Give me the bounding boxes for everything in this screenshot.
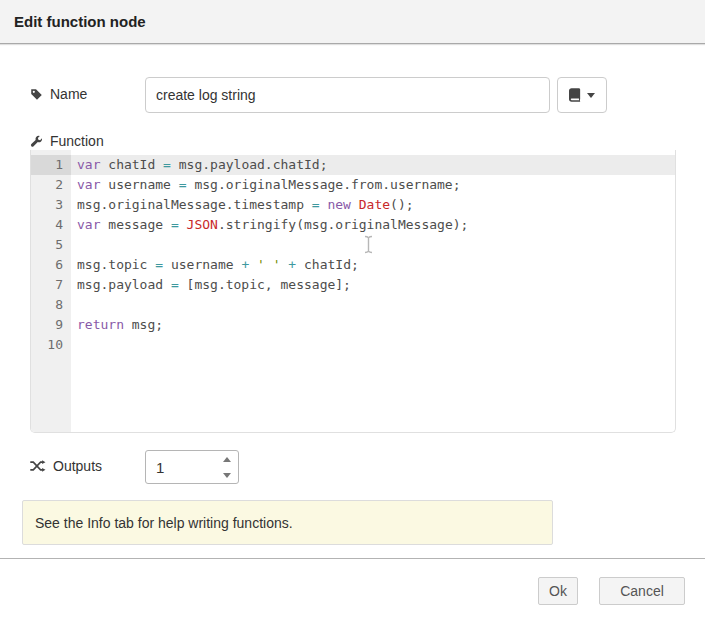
- code-token: msg;: [124, 317, 163, 332]
- edit-function-node-dialog: Edit function node Name Function 1234567…: [0, 0, 705, 619]
- line-number: 3: [31, 195, 71, 215]
- code-line[interactable]: return msg;: [71, 315, 675, 335]
- ok-button[interactable]: Ok: [538, 577, 578, 605]
- tag-icon: [30, 88, 43, 101]
- code-line[interactable]: [71, 335, 675, 355]
- name-label: Name: [50, 86, 87, 102]
- outputs-label: Outputs: [53, 458, 102, 474]
- info-tip-box: See the Info tab for help writing functi…: [22, 500, 553, 545]
- code-token: [249, 257, 257, 272]
- code-token: =: [312, 197, 320, 212]
- spinner-up-button[interactable]: [216, 451, 238, 467]
- name-input[interactable]: [145, 77, 550, 113]
- code-token: =: [163, 157, 171, 172]
- code-token: chatId;: [296, 257, 359, 272]
- dialog-header: Edit function node: [0, 0, 705, 44]
- code-token: ' ': [257, 257, 280, 272]
- code-token: [179, 217, 187, 232]
- code-line[interactable]: msg.originalMessage.timestamp = new Date…: [71, 195, 675, 215]
- outputs-spinner: [145, 450, 239, 484]
- line-number: 4: [31, 215, 71, 235]
- code-line[interactable]: msg.topic = username + ' ' + chatId;: [71, 255, 675, 275]
- info-tip-text: See the Info tab for help writing functi…: [35, 515, 293, 531]
- code-line[interactable]: var chatId = msg.payload.chatId;: [71, 155, 675, 175]
- function-label-row: Function: [30, 133, 104, 149]
- function-label: Function: [50, 133, 104, 149]
- editor-code[interactable]: var chatId = msg.payload.chatId;var user…: [71, 150, 675, 432]
- code-line[interactable]: var message = JSON.stringify(msg.origina…: [71, 215, 675, 235]
- line-number: 8: [31, 295, 71, 315]
- code-token: =: [179, 177, 187, 192]
- code-token: msg.payload: [77, 277, 171, 292]
- dialog-title: Edit function node: [14, 13, 146, 30]
- code-line[interactable]: var username = msg.originalMessage.from.…: [71, 175, 675, 195]
- book-icon: [569, 88, 581, 102]
- line-number: 2: [31, 175, 71, 195]
- code-token: Date: [359, 197, 390, 212]
- code-token: msg.topic: [77, 257, 155, 272]
- code-token: chatId: [100, 157, 163, 172]
- code-token: msg.originalMessage.from.username;: [187, 177, 461, 192]
- chevron-down-icon: [587, 93, 595, 98]
- code-token: new: [327, 197, 350, 212]
- code-token: +: [288, 257, 296, 272]
- wrench-icon: [30, 135, 43, 148]
- code-token: msg.payload.chatId;: [171, 157, 328, 172]
- arrow-down-icon: [223, 473, 231, 478]
- code-token: =: [171, 217, 179, 232]
- outputs-input[interactable]: [146, 451, 216, 483]
- code-token: username: [100, 177, 178, 192]
- line-number: 1: [31, 155, 71, 175]
- line-number: 7: [31, 275, 71, 295]
- code-token: return: [77, 317, 124, 332]
- code-token: [351, 197, 359, 212]
- arrow-up-icon: [223, 457, 231, 462]
- outputs-label-row: Outputs: [30, 458, 102, 474]
- cancel-button[interactable]: Cancel: [599, 577, 685, 605]
- footer-bar: Ok Cancel: [0, 559, 705, 619]
- shuffle-icon: [30, 460, 46, 472]
- spinner-buttons: [216, 451, 238, 483]
- code-line[interactable]: [71, 295, 675, 315]
- line-number: 10: [31, 335, 71, 355]
- code-token: var: [77, 217, 100, 232]
- code-token: .stringify(msg.originalMessage);: [218, 217, 468, 232]
- code-token: message: [100, 217, 170, 232]
- code-token: username: [163, 257, 241, 272]
- line-number: 9: [31, 315, 71, 335]
- code-token: msg.originalMessage.timestamp: [77, 197, 312, 212]
- name-label-row: Name: [30, 86, 87, 102]
- code-token: var: [77, 157, 100, 172]
- spinner-down-button[interactable]: [216, 467, 238, 483]
- code-token: var: [77, 177, 100, 192]
- text-cursor-icon: [363, 235, 374, 258]
- function-code-editor[interactable]: 12345678910 var chatId = msg.payload.cha…: [30, 150, 676, 433]
- code-token: =: [155, 257, 163, 272]
- editor-gutter: 12345678910: [31, 150, 71, 432]
- code-line[interactable]: msg.payload = [msg.topic, message];: [71, 275, 675, 295]
- code-token: ();: [390, 197, 413, 212]
- code-token: JSON: [187, 217, 218, 232]
- line-number: 5: [31, 235, 71, 255]
- code-token: [msg.topic, message];: [179, 277, 351, 292]
- line-number: 6: [31, 255, 71, 275]
- library-button[interactable]: [557, 77, 607, 113]
- code-token: =: [171, 277, 179, 292]
